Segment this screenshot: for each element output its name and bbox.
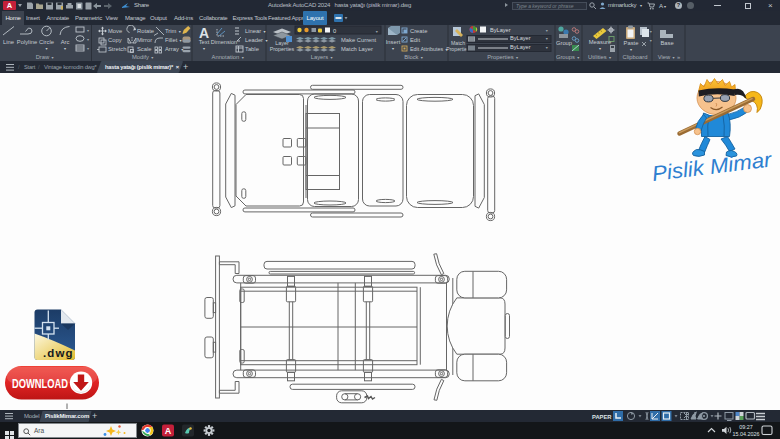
svg-text:Line: Line (3, 39, 14, 45)
svg-text:Edit Attributes ▼: Edit Attributes ▼ (410, 46, 448, 52)
svg-text:Layers ▼: Layers ▼ (311, 54, 334, 60)
svg-text:▼: ▼ (45, 47, 49, 51)
svg-text:Array ▼: Array ▼ (165, 46, 184, 52)
svg-text:Make Current: Make Current (341, 37, 377, 43)
svg-text:Insert: Insert (386, 39, 401, 45)
svg-text:Match Layer: Match Layer (341, 46, 373, 52)
svg-text:▼: ▼ (375, 30, 379, 34)
svg-text:▼: ▼ (86, 29, 90, 33)
svg-text:▼: ▼ (649, 39, 653, 43)
svg-text:▼: ▼ (629, 48, 633, 52)
svg-text:Paste: Paste (624, 40, 639, 46)
svg-text:▼: ▼ (598, 47, 602, 51)
svg-text:09:27: 09:27 (739, 424, 753, 430)
svg-text:Stretch: Stretch (108, 46, 126, 52)
svg-text:▼: ▼ (202, 47, 206, 51)
svg-text:Properties ▼: Properties ▼ (487, 54, 519, 60)
svg-text:Table: Table (245, 46, 259, 52)
svg-text:Circle: Circle (39, 39, 54, 45)
svg-text:▼: ▼ (545, 29, 549, 33)
svg-text:Scale: Scale (137, 46, 152, 52)
svg-text:ByLayer: ByLayer (510, 44, 531, 50)
svg-text:Copy: Copy (108, 37, 122, 43)
svg-text:▼: ▼ (63, 47, 67, 51)
svg-text:Dimension: Dimension (211, 39, 237, 45)
svg-text:Edit: Edit (410, 37, 420, 43)
svg-text:View ▼ »: View ▼ » (658, 54, 680, 60)
svg-text:Text: Text (199, 39, 210, 45)
svg-text:Arc: Arc (61, 39, 70, 45)
svg-text:0: 0 (333, 28, 336, 34)
svg-text:PAPER: PAPER (592, 414, 612, 420)
svg-text:Leader ▼: Leader ▼ (245, 37, 268, 43)
svg-text:DOWNLOAD: DOWNLOAD (12, 376, 68, 391)
svg-text:ByLayer: ByLayer (510, 35, 531, 41)
svg-text:Utilities ▼: Utilities ▼ (588, 54, 612, 60)
svg-text:▼: ▼ (545, 46, 549, 50)
svg-text:Modify ▼: Modify ▼ (132, 54, 154, 60)
svg-text:▼: ▼ (545, 37, 549, 41)
svg-text:ByLayer: ByLayer (490, 27, 511, 33)
svg-text:Pislik Mimar: Pislik Mimar (651, 147, 774, 185)
svg-text:A: A (165, 426, 172, 436)
svg-text:15.04.2026: 15.04.2026 (733, 431, 760, 437)
svg-text:Trim ▼: Trim ▼ (165, 28, 182, 34)
svg-text:▼: ▼ (86, 47, 90, 51)
svg-text:Create: Create (410, 28, 427, 34)
svg-text:Clipboard: Clipboard (623, 54, 648, 60)
svg-text:Rotate: Rotate (137, 28, 154, 34)
svg-text:Measure: Measure (589, 39, 612, 45)
svg-text:.dwg: .dwg (43, 347, 73, 359)
svg-text:Move: Move (108, 28, 122, 34)
svg-text:▼: ▼ (391, 47, 395, 51)
svg-text:Block ▼: Block ▼ (404, 54, 423, 60)
svg-text:▼: ▼ (649, 30, 653, 34)
svg-text:Properties: Properties (270, 46, 295, 52)
svg-text:Annotation ▼: Annotation ▼ (212, 54, 245, 60)
svg-text:Draw ▼: Draw ▼ (36, 54, 55, 60)
svg-text:Groups ▼: Groups ▼ (556, 54, 580, 60)
svg-text:Polyline: Polyline (17, 39, 37, 45)
svg-text:▼: ▼ (86, 38, 90, 42)
svg-text:Linear ▼: Linear ▼ (245, 28, 266, 34)
svg-text:Mirror: Mirror (137, 37, 152, 43)
svg-text:Group: Group (556, 40, 572, 46)
svg-text:Fillet ▼: Fillet ▼ (165, 37, 182, 43)
svg-text:Base: Base (660, 40, 673, 46)
